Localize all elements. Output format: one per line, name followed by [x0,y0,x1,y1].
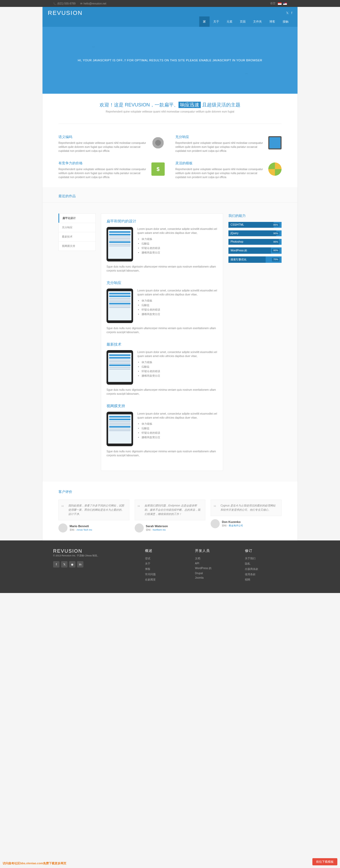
footer-link[interactable]: 关于 [145,562,150,565]
nav-item[interactable]: 关于 [209,17,223,27]
article-bullet: 体力锻炼 [142,360,218,364]
skill-name: Photoshop [231,240,243,243]
logo[interactable]: REVUSION [48,9,83,17]
quote-text: 我到处搜索，查看了许多不同的公司网站，试图使用哪一家。而你们的网站是迄今为止最好… [58,500,130,520]
feature-desc: Reprehenderit quine voluptate velitesse … [175,167,263,179]
twitter-icon[interactable]: 𝕏 [286,11,289,15]
article-bullet: 体力锻炼 [142,237,218,241]
device-mockup-icon [107,288,133,323]
device-mockup-icon [107,227,133,261]
nav-item[interactable]: 接触 [279,17,292,27]
testimonial: 如果我们遇到问题，Endymion 总是会提供帮助。服务不会在任何级别或中断。总… [135,500,206,532]
footer-link[interactable]: 关于我们 [245,557,256,560]
article: 最新技术Lorem ipsum dolor amet, consectetur … [107,342,218,396]
footer-link[interactable]: 隐私 [245,562,250,565]
footer-link[interactable]: 文档 [195,557,200,560]
feature-block: 语义编码Reprehenderit quine voluptate velite… [58,134,165,153]
skill-bar: jQuery90% [228,230,282,236]
quote-text: 如果我们遇到问题，Endymion 总是会提供帮助。服务不会在任何级别或中断。总… [135,500,206,520]
article-bullet: 怀疑论者的错误 [142,308,218,312]
article-bullet: 腰椎间盘突出症 [142,312,218,316]
footer-link[interactable]: 尝试 [145,557,150,560]
facebook-icon[interactable]: f [291,11,292,15]
avatar [58,523,67,532]
footer-col-title: 修订 [245,549,287,553]
skill-value: 95% [272,240,279,243]
article-bullet: 疝酸盐 [142,303,218,307]
quote-text: Cygnus 是迄今为止我使用过的最好的处理网站和软件开发需求的公司。他们专业又… [210,500,282,516]
footer-link[interactable]: WordPress 的 [195,567,211,570]
tab-link[interactable]: 视网膜支持 [58,241,96,251]
hero-text: HI, YOUR JAVASCRIPT IS OFF..!! FOR OPTIM… [78,59,262,62]
gear-icon [151,136,165,150]
footer-link[interactable]: 在新闻里 [145,578,155,581]
footer-facebook-icon[interactable]: f [53,561,59,567]
article-intro: Lorem ipsum dolor amet, consectetur adip… [137,350,218,358]
skills-title: 我们的能力 [228,213,282,218]
footer-link[interactable]: 博客 [145,567,150,570]
footer-link[interactable]: API [195,562,199,565]
lang-label: 语言: [270,2,276,5]
flag-id-icon[interactable] [278,2,282,5]
article-bullet: 腰椎间盘突出症 [142,374,218,378]
recent-works-title: 最近的作品 [58,194,282,198]
article-bullet: 腰椎间盘突出症 [142,251,218,254]
testimonials-title: 客户评价 [58,490,282,494]
device-mockup-icon [107,350,133,384]
hero-banner: HI, YOUR JAVASCRIPT IS OFF..!! FOR OPTIM… [42,27,298,94]
feature-title: 灵活的模板 [175,161,263,166]
article-intro: Lorem ipsum dolor amet, consectetur adip… [137,227,218,235]
footer-col-title: 概述 [145,549,187,553]
article-bullet: 怀疑论者的错误 [142,431,218,435]
article-bullet: 怀疑论者的错误 [142,369,218,373]
article-title: 最新技术 [107,342,218,347]
tab-link[interactable]: 最新技术 [58,232,96,241]
author-company-link[interactable]: Arrow Tech Inc [77,528,92,531]
article-title: 扁平和简约的设计 [107,219,218,224]
nav-item[interactable]: 元素 [223,17,236,27]
nav-item[interactable]: 家 [199,17,209,27]
article-bullet: 体力锻炼 [142,299,218,303]
nav-item[interactable]: 文件夹 [249,17,266,27]
footer-dribbble-icon[interactable]: ◉ [69,561,76,567]
feature-block: 有竞争力的价格Reprehenderit quine voluptate vel… [58,161,165,179]
footer-link[interactable]: 招聘 [245,578,250,581]
tab-link[interactable]: 扁平化设计 [58,213,96,223]
footer-twitter-icon[interactable]: 𝕏 [61,561,67,567]
skill-value: 85% [272,223,279,226]
article-title: 充分响应 [107,281,218,285]
money-icon [151,162,165,176]
phone-info: 📞 (621) 555-8789 [53,2,76,5]
article-title: 视网膜支持 [107,404,218,408]
footer-linkedin-icon[interactable]: in [77,561,83,567]
footer-link[interactable]: 出版商条款 [245,567,258,570]
testimonial: Cygnus 是迄今为止我使用过的最好的处理网站和软件开发需求的公司。他们专业又… [210,500,282,532]
author-role: 营销 - Arrow Tech Inc [69,528,92,531]
footer-link[interactable]: Drupal [195,572,203,575]
tab-link[interactable]: 充分响应 [58,223,96,232]
skill-value: 80% [272,249,279,252]
article-bullet: 疝酸盐 [142,242,218,246]
author-name: Don Kuzenko [222,520,243,523]
author-name: Sarah Waterson [146,525,168,528]
footer-link[interactable]: Joomla [195,576,203,579]
skill-name: WordPress 的 [231,249,247,252]
author-company-link[interactable]: Northern Inc [153,528,166,531]
feature-title: 语义编码 [58,134,146,140]
screen-icon [268,136,282,150]
intro-subtitle: Reprehenderit quine voluptate velitesse … [48,110,292,113]
article-intro: Lorem ipsum dolor amet, consectetur adip… [137,412,218,420]
skill-name: 搜索引擎优化 [231,258,247,261]
footer-link[interactable]: 使用条款 [245,573,256,576]
skill-value: 70% [272,258,279,261]
skill-bar: 搜索引擎优化70% [228,256,282,263]
feature-title: 有竞争力的价格 [58,161,146,166]
author-company-link[interactable]: 黄金海岸公司 [229,524,243,527]
nav-item[interactable]: 页面 [236,17,249,27]
article-after: Sgue duis nulla nunc dignissim ullamcorp… [107,326,218,334]
testimonial: 我到处搜索，查看了许多不同的公司网站，试图使用哪一家。而你们的网站是迄今为止最好… [58,500,130,532]
footer-link[interactable]: 常问问题 [145,573,155,576]
article: 扁平和简约的设计Lorem ipsum dolor amet, consecte… [107,219,218,273]
flag-us-icon[interactable] [283,2,287,5]
nav-item[interactable]: 博客 [266,17,279,27]
